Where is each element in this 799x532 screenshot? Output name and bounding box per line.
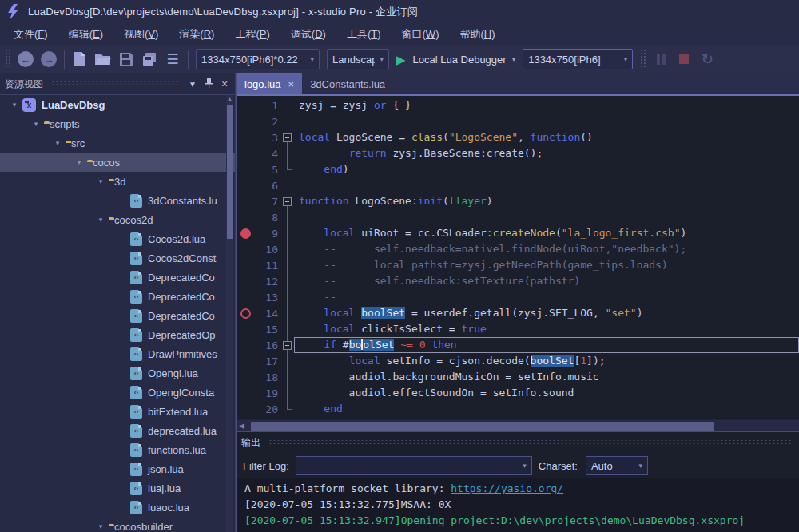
breakpoint-margin[interactable] (237, 257, 254, 273)
tree-item-deprecated-lua[interactable]: ‹›deprecated.lua (0, 421, 235, 440)
breakpoint-margin[interactable] (237, 289, 254, 305)
breakpoint-margin[interactable] (237, 369, 254, 385)
expand-chevron-icon[interactable]: ▾ (94, 522, 107, 530)
code-line-17[interactable]: 17 local setInfo = cjson.decode(boolSet[… (237, 353, 799, 369)
charset-combo[interactable]: Auto ▾ (586, 456, 648, 475)
tree-item-3d[interactable]: ▾3d (0, 172, 235, 191)
code-text[interactable]: local uiRoot = cc.CSLoader:createNode("l… (294, 225, 799, 241)
tree-item-bitextend-lua[interactable]: ‹›bitExtend.lua (0, 402, 235, 421)
tree-item-deprecatedco[interactable]: ‹›DeprecatedCo (0, 268, 235, 287)
breakpoint-margin[interactable] (237, 177, 254, 193)
expand-chevron-icon[interactable]: ▾ (94, 216, 107, 224)
breakpoint-margin[interactable] (237, 97, 254, 113)
code-line-16[interactable]: 16 if #boolSet ~= 0 then (237, 337, 799, 353)
breakpoint-margin[interactable] (237, 321, 254, 337)
editor-hscrollbar-thumb[interactable] (251, 422, 714, 431)
code-line-8[interactable]: 8 (237, 209, 799, 225)
code-line-15[interactable]: 15 local clickIsSelect = true (237, 321, 799, 337)
code-text[interactable]: local clickIsSelect = true (294, 321, 799, 337)
breakpoint-margin[interactable] (237, 241, 254, 257)
tree-item-functions-lua[interactable]: ‹›functions.lua (0, 440, 235, 459)
tree-item-deprecatedop[interactable]: ‹›DeprecatedOp (0, 325, 235, 344)
code-line-20[interactable]: 20 end (237, 401, 799, 417)
code-line-11[interactable]: 11 -- local pathstr=zysj.getNeedPath(gam… (237, 257, 799, 273)
breakpoint-margin[interactable] (237, 337, 254, 353)
tree-item-cocos[interactable]: ▾cocos (0, 153, 235, 172)
breakpoint-disabled-icon[interactable] (240, 308, 251, 319)
menu-item-v[interactable]: 视图(V) (113, 24, 169, 45)
breakpoint-margin[interactable] (237, 161, 254, 177)
tree-item-deprecatedco[interactable]: ‹›DeprecatedCo (0, 287, 235, 306)
save-all-button[interactable] (141, 51, 157, 67)
code-line-7[interactable]: 7function LogoScene:init(llayer) (237, 193, 799, 209)
menu-item-t[interactable]: 工具(T) (336, 24, 392, 45)
code-text[interactable]: return zysj.BaseScene:create(); (294, 145, 799, 161)
menu-item-f[interactable]: 文件(F) (3, 24, 58, 45)
breakpoint-icon[interactable] (240, 228, 251, 239)
breakpoint-margin[interactable] (237, 385, 254, 401)
code-line-1[interactable]: 1zysj = zysj or { } (237, 97, 799, 113)
device-resolution-combo[interactable]: 1334x750[iPh6] ▾ (523, 49, 633, 69)
code-line-3[interactable]: 3local LogoScene = class("LogoScene", fu… (237, 129, 799, 145)
restart-button[interactable]: ↻ (699, 51, 715, 67)
tree-item-luaj-lua[interactable]: ‹›luaj.lua (0, 478, 235, 498)
editor-horizontal-scrollbar[interactable]: ◀ (237, 419, 799, 431)
code-line-10[interactable]: 10 -- self.needback=nativel.findNode(uiR… (237, 241, 799, 257)
tree-item-cocos2dconst[interactable]: ‹›Cocos2dConst (0, 248, 235, 268)
tree-item-deprecatedco[interactable]: ‹›DeprecatedCo (0, 306, 235, 325)
breakpoint-margin[interactable] (237, 273, 254, 289)
code-text[interactable]: -- (294, 289, 799, 305)
debugger-selector[interactable]: Local Lua Debugger ▾ (413, 54, 516, 66)
code-text[interactable]: audiol.backgroundMusicOn = setInfo.music (294, 369, 799, 385)
menu-item-w[interactable]: 窗口(W) (392, 24, 450, 45)
pin-icon[interactable] (203, 78, 214, 89)
tree-item-json-lua[interactable]: ‹›json.lua (0, 459, 235, 478)
run-debug-button[interactable]: ▶ (396, 54, 406, 66)
code-text[interactable]: function LogoScene:init(llayer) (294, 193, 799, 209)
tree-item-luadevdbsg[interactable]: ▾xLuaDevDbsg (0, 95, 235, 114)
new-file-button[interactable] (72, 51, 88, 67)
fold-marker[interactable] (281, 193, 294, 209)
code-text[interactable]: -- self.needback=nativel.findNode(uiRoot… (294, 241, 799, 257)
breakpoint-margin[interactable] (237, 353, 254, 369)
code-lines[interactable]: 1zysj = zysj or { }23local LogoScene = c… (237, 97, 799, 419)
menu-item-e[interactable]: 编辑(E) (58, 24, 113, 45)
menu-item-h[interactable]: 帮助(H) (449, 24, 505, 45)
tree-item-luaoc-lua[interactable]: ‹›luaoc.lua (0, 498, 235, 517)
navigate-forward-button[interactable]: → (41, 51, 57, 67)
code-text[interactable]: -- local pathstr=zysj.getNeedPath(game_t… (294, 257, 799, 273)
open-folder-button[interactable] (95, 51, 111, 67)
fold-marker[interactable] (281, 129, 294, 145)
code-line-19[interactable]: 19 audiol.effectSoundOn = setInfo.sound (237, 385, 799, 401)
tab-3dconstants-lua[interactable]: 3dConstants.lua (302, 73, 393, 94)
panel-menu-chevron-icon[interactable]: ▼ (187, 80, 198, 89)
tree-item-cocos2d-lua[interactable]: ‹›Cocos2d.lua (0, 229, 235, 248)
code-line-9[interactable]: 9 local uiRoot = cc.CSLoader:createNode(… (237, 225, 799, 241)
expand-chevron-icon[interactable]: ▾ (30, 120, 42, 128)
code-text[interactable] (294, 177, 799, 193)
breakpoint-margin[interactable] (237, 209, 254, 225)
tree-item-cocosbuilder[interactable]: ▾cocosbuilder (0, 517, 235, 532)
code-line-13[interactable]: 13 -- (237, 289, 799, 305)
expand-chevron-icon[interactable]: ▾ (73, 158, 85, 166)
sidebar-scrollbar-thumb[interactable] (227, 105, 233, 239)
expand-chevron-icon[interactable]: ▾ (94, 177, 107, 185)
breakpoint-margin[interactable] (237, 129, 254, 145)
tree-item-3dconstants-lu[interactable]: ‹›3dConstants.lu (0, 191, 235, 210)
menu-item-d[interactable]: 调试(D) (280, 24, 336, 45)
breakpoint-margin[interactable] (237, 401, 254, 417)
code-line-14[interactable]: 14 local boolSet = userdef.getall(zysj.S… (237, 305, 799, 321)
breakpoint-margin[interactable] (237, 225, 254, 241)
yasio-link[interactable]: https://yasio.org/ (451, 482, 563, 494)
tree-item-opengl-lua[interactable]: ‹›Opengl.lua (0, 363, 235, 383)
breakpoint-margin[interactable] (237, 145, 254, 161)
tree-item-cocos2d[interactable]: ▾cocos2d (0, 210, 235, 229)
close-tab-icon[interactable]: × (288, 78, 295, 90)
code-text[interactable]: end (294, 401, 799, 417)
toolbar-grip[interactable] (5, 49, 10, 69)
pause-button[interactable] (653, 51, 669, 67)
log-output[interactable]: A multi-platform socket library: https:/… (237, 478, 799, 532)
code-text[interactable]: local LogoScene = class("LogoScene", fun… (294, 129, 799, 145)
menu-item-r[interactable]: 渲染(R) (169, 24, 225, 45)
code-line-6[interactable]: 6 (237, 177, 799, 193)
